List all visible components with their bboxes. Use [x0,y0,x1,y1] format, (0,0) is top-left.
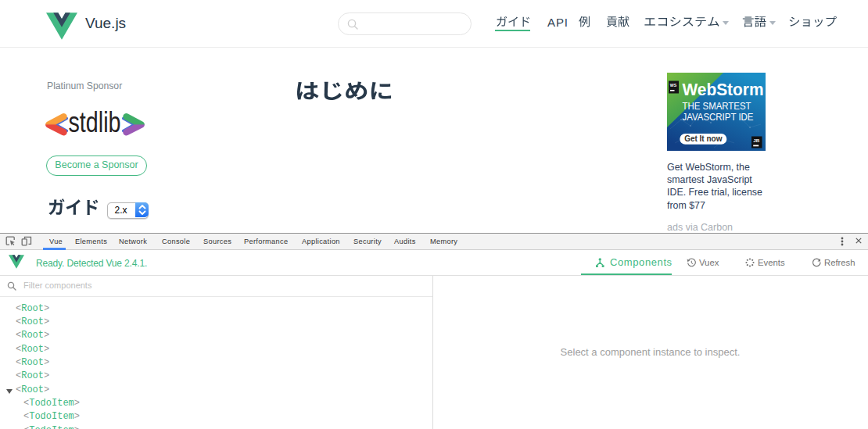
svg-text:WS: WS [670,83,677,88]
svg-text:JB: JB [753,138,759,143]
svg-text:JAVASCRIPT IDE: JAVASCRIPT IDE [683,112,754,123]
svg-text:THE SMARTEST: THE SMARTEST [683,101,751,112]
svg-text:stdlib: stdlib [69,106,121,136]
svg-text:Get It now: Get It now [684,134,723,143]
svg-text:WebStorm: WebStorm [683,80,764,99]
